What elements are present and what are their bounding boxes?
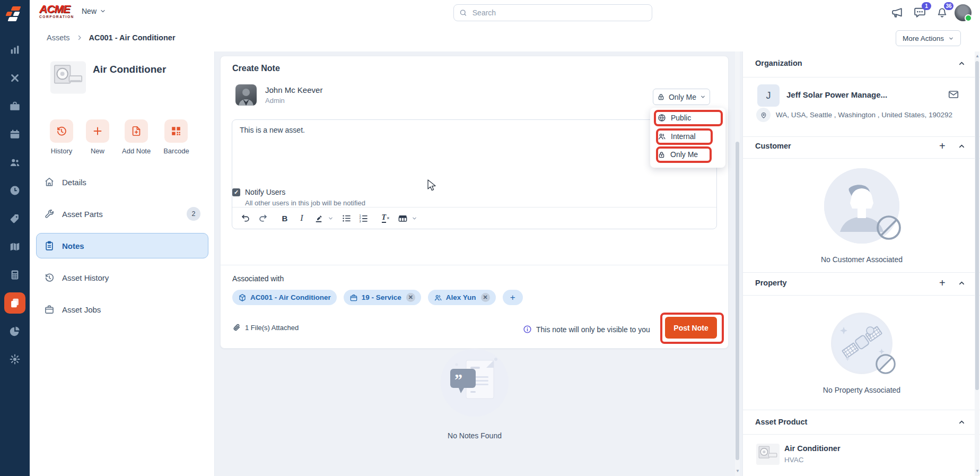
notifications-icon[interactable]: 36 <box>935 6 949 19</box>
schedule-icon[interactable] <box>4 124 25 145</box>
scroll-up-icon[interactable]: ▲ <box>975 54 979 58</box>
highlight-chevron-icon[interactable] <box>328 211 335 226</box>
add-property-button[interactable]: + <box>939 278 946 288</box>
table-chevron-icon[interactable] <box>412 211 419 226</box>
bullet-list-button[interactable] <box>338 211 354 226</box>
visibility-option-internal[interactable]: Internal <box>658 132 696 141</box>
menu-item-notes[interactable]: Notes <box>36 233 208 258</box>
main-scrollbar[interactable]: ▼ <box>735 51 740 476</box>
bold-button[interactable]: B <box>277 211 293 226</box>
new-menu-button[interactable]: New <box>82 7 106 15</box>
top-bar: ACME CORPORATION New 1 36 <box>30 0 980 26</box>
table-button[interactable] <box>395 211 410 226</box>
divider <box>743 272 980 273</box>
details-side-panel: Organization J Jeff Solar Power Manage..… <box>742 51 980 476</box>
collapse-asset-product-icon[interactable] <box>958 418 966 426</box>
chip-asset[interactable]: AC001 - Air Conditioner <box>232 290 337 305</box>
online-status-dot <box>965 14 972 22</box>
organization-header: Organization <box>755 59 802 67</box>
remove-chip-icon[interactable]: ✕ <box>406 293 415 302</box>
barcode-button[interactable]: Barcode <box>163 119 189 155</box>
pricebook-icon[interactable] <box>4 208 25 229</box>
divider <box>221 265 728 265</box>
menu-item-details[interactable]: Details <box>36 169 208 195</box>
notify-users-hint: All other users in this job will be noti… <box>245 199 365 207</box>
add-association-button[interactable]: + <box>503 290 523 305</box>
author-name: John Mc Keever <box>265 85 322 94</box>
users-icon <box>658 132 666 141</box>
asset-product-photo <box>756 443 780 466</box>
announcements-icon[interactable] <box>891 6 904 19</box>
visibility-option-public[interactable]: Public <box>658 114 691 122</box>
chip-user[interactable]: Alex Yun ✕ <box>428 290 496 305</box>
collapse-organization-icon[interactable] <box>958 59 966 67</box>
collapse-property-icon[interactable] <box>958 279 966 287</box>
clear-formatting-button[interactable]: T× <box>378 211 393 226</box>
asset-product-name[interactable]: Air Conditioner <box>784 444 841 453</box>
organization-name[interactable]: Jeff Solar Power Manage... <box>786 90 940 99</box>
breadcrumb-assets[interactable]: Assets <box>47 33 70 42</box>
post-note-button[interactable]: Post Note <box>665 317 717 339</box>
chat-badge: 1 <box>922 2 931 10</box>
left-rail <box>0 0 30 476</box>
user-avatar[interactable] <box>955 4 972 21</box>
page-scrollbar[interactable]: ▲ ▼ <box>975 51 979 476</box>
redo-button[interactable] <box>255 211 270 226</box>
create-note-card: Create Note John Mc Keever Admin Only Me… <box>220 56 729 349</box>
italic-button[interactable]: I <box>294 211 310 226</box>
visibility-option-only-me[interactable]: Only Me <box>658 150 698 159</box>
chevron-down-icon <box>700 94 706 100</box>
collapse-customer-icon[interactable] <box>958 142 966 150</box>
files-attached-row[interactable]: 1 File(s) Attached <box>232 323 299 332</box>
new-button[interactable]: New <box>86 119 109 155</box>
visibility-dropdown-menu: Public Internal Only Me <box>650 108 725 168</box>
breadcrumb-bar: Assets AC001 - Air Conditioner More Acti… <box>30 25 980 52</box>
more-actions-button[interactable]: More Actions <box>896 30 961 46</box>
highlight-button[interactable] <box>311 211 327 226</box>
scroll-down-icon[interactable]: ▼ <box>736 469 740 473</box>
invoice-icon[interactable] <box>4 264 25 285</box>
menu-item-asset-jobs[interactable]: Asset Jobs <box>36 297 208 322</box>
notify-users-checkbox[interactable]: ✓ <box>232 188 240 196</box>
editor-toolbar: B I 123 T× <box>232 207 716 229</box>
email-icon[interactable] <box>948 89 959 100</box>
history-button[interactable]: History <box>50 119 73 155</box>
numbered-list-button[interactable]: 123 <box>355 211 371 226</box>
jobs-icon[interactable] <box>4 96 25 117</box>
visibility-dropdown-button[interactable]: Only Me <box>653 89 710 105</box>
association-chips: AC001 - Air Conditioner 19 - Service ✕ A… <box>232 290 523 305</box>
asset-product-category: HVAC <box>784 456 804 464</box>
remove-chip-icon[interactable]: ✕ <box>481 293 490 302</box>
note-editor[interactable]: This is a new asset. B I 123 T× <box>232 119 717 229</box>
no-property-illustration <box>831 313 892 374</box>
undo-button[interactable] <box>238 211 253 226</box>
dashboard-icon[interactable] <box>4 39 25 60</box>
asset-side-panel: Air Conditioner History New Add Note <box>30 51 215 476</box>
zuper-logo-icon[interactable] <box>0 0 30 30</box>
global-search[interactable] <box>453 4 652 21</box>
svg-text:”: ” <box>454 370 462 388</box>
chip-job[interactable]: 19 - Service ✕ <box>344 290 421 305</box>
divider <box>743 410 980 410</box>
teams-icon[interactable] <box>4 152 25 173</box>
search-input[interactable] <box>471 8 646 18</box>
add-note-button[interactable]: Add Note <box>122 119 151 155</box>
add-note-icon <box>125 119 148 143</box>
tools-icon[interactable] <box>4 67 25 89</box>
note-text[interactable]: This is a new asset. <box>240 126 709 134</box>
app-root: ACME CORPORATION New 1 36 Assets <box>0 0 980 476</box>
chat-icon[interactable]: 1 <box>913 6 926 19</box>
scroll-down-icon[interactable]: ▼ <box>975 469 979 473</box>
map-icon[interactable] <box>4 236 25 257</box>
barcode-icon <box>164 119 188 143</box>
reports-icon[interactable] <box>4 321 25 342</box>
search-icon <box>459 8 467 17</box>
timesheet-icon[interactable] <box>4 180 25 201</box>
assets-icon[interactable] <box>4 292 25 314</box>
menu-item-asset-parts[interactable]: Asset Parts 2 <box>36 201 208 227</box>
author-avatar <box>235 84 257 106</box>
create-note-title: Create Note <box>232 64 280 73</box>
menu-item-asset-history[interactable]: Asset History <box>36 265 208 290</box>
settings-icon[interactable] <box>4 349 25 370</box>
add-customer-button[interactable]: + <box>939 141 946 151</box>
